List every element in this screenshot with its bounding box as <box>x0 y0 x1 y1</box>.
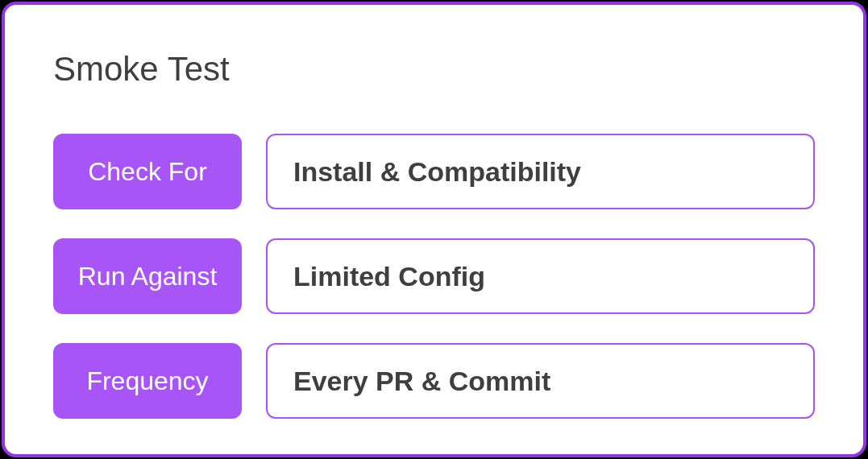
row-check-for: Check For Install & Compatibility <box>53 134 815 209</box>
label-run-against: Run Against <box>53 238 242 314</box>
label-frequency: Frequency <box>53 343 242 419</box>
rows-container: Check For Install & Compatibility Run Ag… <box>53 134 815 419</box>
smoke-test-card: Smoke Test Check For Install & Compatibi… <box>2 2 866 457</box>
card-title: Smoke Test <box>53 50 815 89</box>
value-frequency: Every PR & Commit <box>266 343 815 419</box>
label-check-for: Check For <box>53 134 242 209</box>
row-run-against: Run Against Limited Config <box>53 238 815 314</box>
row-frequency: Frequency Every PR & Commit <box>53 343 815 419</box>
value-check-for: Install & Compatibility <box>266 134 815 209</box>
value-run-against: Limited Config <box>266 238 815 314</box>
